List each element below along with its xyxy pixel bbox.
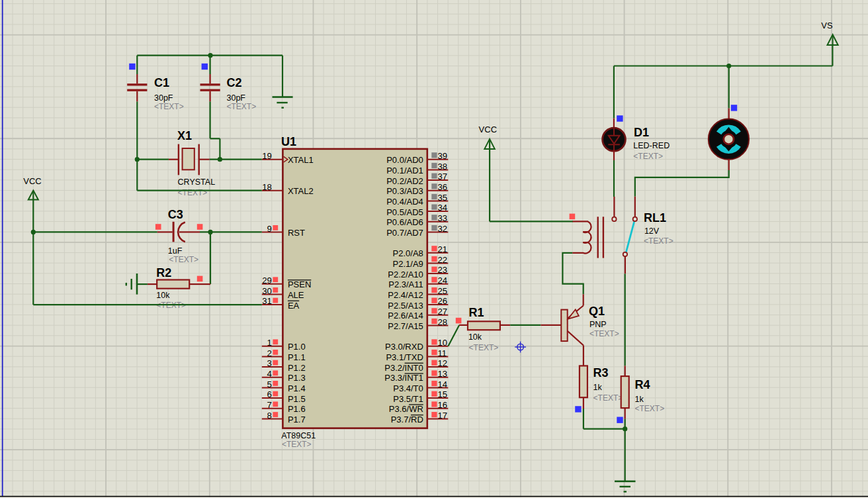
svg-text:R3: R3: [593, 366, 609, 379]
svg-text:P0.0/AD0: P0.0/AD0: [386, 155, 423, 165]
svg-text:8: 8: [267, 411, 271, 421]
svg-text:P2.1/A9: P2.1/A9: [393, 259, 423, 269]
svg-text:P3.7/RD: P3.7/RD: [391, 415, 423, 424]
svg-text:EA: EA: [288, 301, 300, 311]
svg-text:2: 2: [267, 348, 271, 358]
svg-text:4: 4: [267, 369, 271, 379]
svg-text:<TEXT>: <TEXT>: [635, 404, 665, 413]
svg-text:R2: R2: [156, 266, 171, 279]
svg-text:<TEXT>: <TEXT>: [589, 329, 619, 338]
svg-text:RL1: RL1: [644, 211, 666, 224]
svg-text:18: 18: [262, 182, 272, 192]
svg-text:P2.4/A12: P2.4/A12: [388, 290, 423, 300]
svg-text:28: 28: [438, 317, 448, 327]
svg-text:XTAL2: XTAL2: [288, 186, 314, 196]
svg-text:5: 5: [267, 379, 271, 389]
svg-text:VCC: VCC: [23, 176, 41, 186]
svg-text:<TEXT>: <TEXT>: [154, 102, 184, 111]
svg-text:26: 26: [438, 296, 448, 306]
svg-text:1k: 1k: [593, 383, 603, 392]
svg-text:1k: 1k: [635, 395, 644, 404]
svg-text:17: 17: [438, 411, 448, 421]
svg-text:P1.2: P1.2: [288, 363, 306, 373]
svg-text:VS: VS: [821, 21, 833, 30]
svg-text:CRYSTAL: CRYSTAL: [178, 177, 216, 187]
svg-text:<TEXT>: <TEXT>: [633, 152, 663, 161]
svg-text:R4: R4: [635, 378, 650, 391]
svg-text:P1.6: P1.6: [288, 404, 306, 414]
svg-text:37: 37: [438, 172, 448, 181]
svg-text:P1.0: P1.0: [288, 342, 306, 352]
svg-text:38: 38: [438, 162, 448, 172]
svg-text:P1.7: P1.7: [288, 415, 306, 424]
svg-text:14: 14: [438, 379, 448, 389]
svg-text:R1: R1: [469, 306, 484, 319]
svg-text:P2.7/A15: P2.7/A15: [388, 321, 423, 331]
svg-text:P2.3/A11: P2.3/A11: [388, 279, 423, 289]
svg-text:VCC: VCC: [479, 124, 497, 134]
svg-text:P3.6/WR: P3.6/WR: [389, 404, 423, 414]
svg-text:Q1: Q1: [589, 305, 605, 318]
svg-text:LED-RED: LED-RED: [633, 141, 670, 150]
svg-text:ALE: ALE: [288, 290, 304, 300]
svg-text:P0.5/AD5: P0.5/AD5: [386, 207, 423, 217]
svg-text:13: 13: [438, 369, 448, 379]
svg-text:P2.6/A14: P2.6/A14: [388, 311, 423, 321]
svg-text:X1: X1: [177, 129, 192, 142]
svg-text:C1: C1: [154, 76, 169, 89]
svg-text:P0.1/AD1: P0.1/AD1: [386, 166, 423, 175]
svg-text:P1.4: P1.4: [288, 383, 306, 393]
svg-text:16: 16: [438, 400, 448, 410]
svg-text:10k: 10k: [156, 291, 170, 300]
svg-text:<TEXT>: <TEXT>: [169, 255, 198, 264]
svg-text:35: 35: [438, 193, 448, 203]
svg-text:P0.6/AD6: P0.6/AD6: [386, 217, 423, 227]
svg-text:30: 30: [262, 286, 272, 296]
svg-text:36: 36: [438, 182, 448, 192]
svg-text:1: 1: [267, 338, 271, 348]
svg-text:C3: C3: [168, 208, 183, 221]
svg-text:21: 21: [438, 244, 448, 254]
svg-text:P0.3/AD3: P0.3/AD3: [386, 186, 423, 196]
svg-text:C2: C2: [227, 76, 242, 89]
svg-text:10: 10: [438, 338, 448, 348]
svg-text:22: 22: [438, 255, 448, 265]
svg-text:30pF: 30pF: [227, 93, 246, 103]
svg-text:12V: 12V: [644, 226, 660, 236]
svg-text:<TEXT>: <TEXT>: [178, 188, 208, 197]
svg-text:<TEXT>: <TEXT>: [644, 236, 673, 246]
svg-text:10k: 10k: [468, 332, 482, 342]
svg-text:P2.5/A13: P2.5/A13: [388, 301, 423, 311]
svg-text:33: 33: [438, 213, 448, 223]
svg-text:<TEXT>: <TEXT>: [593, 393, 623, 403]
svg-text:31: 31: [262, 296, 272, 306]
svg-text:34: 34: [438, 203, 448, 213]
svg-text:12: 12: [438, 358, 448, 368]
svg-text:U1: U1: [281, 135, 296, 148]
svg-text:29: 29: [262, 275, 272, 285]
svg-text:PSEN: PSEN: [288, 279, 311, 289]
svg-text:27: 27: [438, 307, 448, 317]
svg-text:<TEXT>: <TEXT>: [282, 440, 312, 449]
svg-text:15: 15: [438, 389, 448, 399]
svg-text:1uF: 1uF: [168, 246, 183, 256]
svg-text:D1: D1: [634, 126, 649, 139]
svg-text:30pF: 30pF: [154, 93, 173, 103]
svg-text:9: 9: [267, 224, 271, 234]
svg-text:AT89C51: AT89C51: [281, 431, 316, 440]
svg-text:39: 39: [438, 151, 448, 161]
svg-text:3: 3: [267, 358, 271, 368]
svg-text:7: 7: [267, 400, 271, 410]
svg-text:P3.2/INT0: P3.2/INT0: [384, 363, 423, 373]
svg-text:32: 32: [438, 224, 448, 234]
svg-text:11: 11: [438, 348, 447, 358]
svg-text:P0.4/AD4: P0.4/AD4: [386, 197, 423, 207]
svg-text:25: 25: [438, 286, 448, 296]
svg-text:P3.3/INT1: P3.3/INT1: [384, 373, 423, 383]
svg-text:PNP: PNP: [589, 320, 607, 329]
svg-text:P0.2/AD2: P0.2/AD2: [386, 176, 423, 186]
svg-text:P1.3: P1.3: [288, 373, 306, 383]
svg-text:<TEXT>: <TEXT>: [469, 343, 499, 352]
svg-text:P3.1/TXD: P3.1/TXD: [386, 352, 423, 362]
svg-text:P2.2/A10: P2.2/A10: [388, 270, 423, 279]
